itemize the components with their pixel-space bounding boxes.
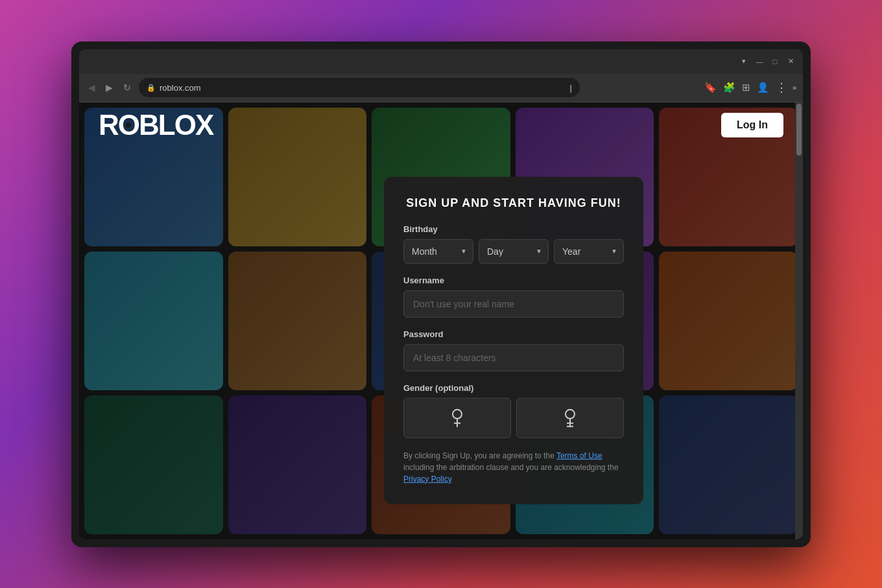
lock-icon: 🔒 [147,84,156,92]
scrollbar-thumb[interactable] [796,104,802,156]
browser-toolbar: ◀ ▶ ↻ 🔒 roblox.com | 🔖 🧩 ⊞ 👤 ⋮ » [79,74,803,102]
signup-title: SIGN UP AND START HAVING FUN! [403,196,624,209]
roblox-page: R O BLOX Log In SIGN UP AND START HAVING… [79,102,803,539]
scrollbar[interactable] [795,102,803,539]
month-select-wrapper: Month JanuaryFebruaryMarch AprilMayJune … [403,239,473,263]
url-text: roblox.com [160,83,566,93]
more-button[interactable]: ⋮ [776,80,787,95]
privacy-policy-link[interactable]: Privacy Policy [403,474,452,483]
extensions-icon[interactable]: 🧩 [723,82,735,93]
refresh-button[interactable]: ↻ [121,80,134,95]
cursor: | [570,83,572,93]
svg-point-3 [566,409,575,418]
titlebar-maximize[interactable]: □ [770,57,780,66]
gender-buttons [403,397,624,438]
forward-button[interactable]: ▶ [103,80,115,95]
address-bar[interactable]: 🔒 roblox.com | [139,78,580,97]
username-label: Username [403,275,624,285]
bookmark-icon[interactable]: 🔖 [704,82,717,93]
day-select-wrapper: Day ▼ [479,239,549,263]
password-label: Password [403,329,624,338]
tab-icon[interactable]: ⊞ [742,82,750,93]
browser-titlebar: ▾ — □ ✕ [79,49,803,74]
username-input[interactable] [403,290,624,317]
site-header: R O BLOX Log In [79,102,803,148]
gender-label: Gender (optional) [403,382,624,392]
gender-female-button[interactable] [516,397,624,438]
laptop-frame: ▾ — □ ✕ ◀ ▶ ↻ 🔒 roblox.com | 🔖 🧩 ⊞ 👤 ⋮ » [71,41,811,547]
password-input[interactable] [403,344,624,371]
titlebar-minimize[interactable]: — [755,57,764,66]
year-select[interactable]: Year [554,239,624,263]
day-select[interactable]: Day [479,239,549,263]
titlebar-close[interactable]: ✕ [786,57,795,66]
birthday-selects: Month JanuaryFebruaryMarch AprilMayJune … [403,239,624,263]
password-group: Password [403,329,624,371]
toolbar-icons: 🔖 🧩 ⊞ 👤 ⋮ [704,80,787,95]
gender-male-button[interactable] [403,397,511,438]
roblox-logo: R O BLOX [99,109,213,141]
gender-group: Gender (optional) [403,382,624,438]
browser-window: ▾ — □ ✕ ◀ ▶ ↻ 🔒 roblox.com | 🔖 🧩 ⊞ 👤 ⋮ » [79,49,803,539]
birthday-label: Birthday [403,224,624,233]
back-button[interactable]: ◀ [86,80,98,95]
sidebar-expand[interactable]: » [793,84,796,91]
svg-point-0 [453,409,462,418]
titlebar-chevron[interactable]: ▾ [739,57,748,66]
browser-content: R O BLOX Log In SIGN UP AND START HAVING… [79,102,803,539]
login-button[interactable]: Log In [721,113,783,137]
profile-icon[interactable]: 👤 [757,82,769,93]
terms-of-use-link[interactable]: Terms of Use [556,451,602,460]
terms-text: By clicking Sign Up, you are agreeing to… [403,449,624,484]
signup-panel: SIGN UP AND START HAVING FUN! Birthday M… [384,176,643,504]
birthday-group: Birthday Month JanuaryFebruaryMarch Apri… [403,224,624,263]
year-select-wrapper: Year ▼ [554,239,624,263]
username-group: Username [403,275,624,317]
month-select[interactable]: Month JanuaryFebruaryMarch AprilMayJune … [403,239,473,263]
